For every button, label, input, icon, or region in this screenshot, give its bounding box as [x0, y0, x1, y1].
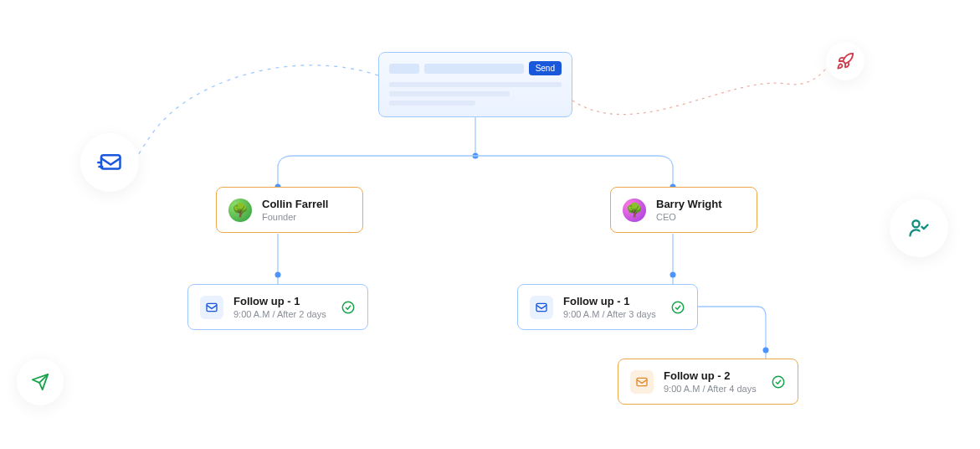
person-role: CEO	[656, 212, 745, 222]
avatar: 🌳	[623, 199, 646, 222]
svg-rect-15	[207, 303, 217, 311]
svg-point-20	[772, 376, 784, 388]
svg-point-9	[670, 272, 676, 278]
check-icon	[771, 374, 786, 390]
compose-body-line	[389, 91, 510, 96]
person-card-collin[interactable]: 🌳 Collin Farrell Founder	[216, 187, 363, 233]
avatar: 🌳	[228, 199, 252, 222]
rocket-icon	[826, 42, 865, 80]
followup-card-left-1[interactable]: Follow up - 1 9:00 A.M / After 2 days	[187, 284, 368, 330]
followup-title: Follow up - 2	[664, 369, 761, 382]
check-icon	[670, 300, 685, 315]
send-button[interactable]: Send	[529, 61, 562, 75]
followup-title: Follow up - 1	[233, 295, 331, 307]
compose-field-placeholder	[424, 64, 524, 74]
mail-icon	[530, 296, 553, 319]
svg-rect-11	[101, 155, 121, 168]
followup-card-right-1[interactable]: Follow up - 1 9:00 A.M / After 3 days	[517, 284, 698, 330]
person-card-barry[interactable]: 🌳 Barry Wright CEO	[610, 187, 757, 233]
followup-meta: 9:00 A.M / After 2 days	[233, 309, 331, 319]
send-icon	[17, 359, 64, 405]
compose-field-placeholder	[389, 64, 419, 74]
followup-meta: 9:00 A.M / After 4 days	[664, 384, 761, 394]
compose-card: Send	[378, 52, 572, 117]
svg-point-7	[275, 272, 281, 278]
compose-body-line	[389, 82, 562, 87]
svg-point-16	[342, 302, 354, 313]
followup-card-right-2[interactable]: Follow up - 2 9:00 A.M / After 4 days	[618, 359, 798, 405]
svg-point-18	[672, 302, 684, 313]
check-icon	[341, 300, 356, 315]
svg-point-10	[763, 348, 769, 354]
svg-rect-19	[637, 378, 647, 385]
followup-title: Follow up - 1	[563, 295, 660, 307]
person-name: Collin Farrell	[262, 198, 351, 210]
user-check-icon	[890, 199, 948, 257]
mail-icon	[630, 370, 654, 394]
svg-point-1	[473, 153, 479, 159]
compose-body-line	[389, 101, 475, 106]
followup-meta: 9:00 A.M / After 3 days	[563, 309, 660, 319]
person-name: Barry Wright	[656, 198, 745, 210]
svg-rect-17	[536, 303, 546, 311]
svg-point-14	[912, 220, 919, 227]
mail-icon	[80, 133, 139, 192]
person-role: Founder	[262, 212, 351, 222]
mail-icon	[200, 296, 223, 319]
